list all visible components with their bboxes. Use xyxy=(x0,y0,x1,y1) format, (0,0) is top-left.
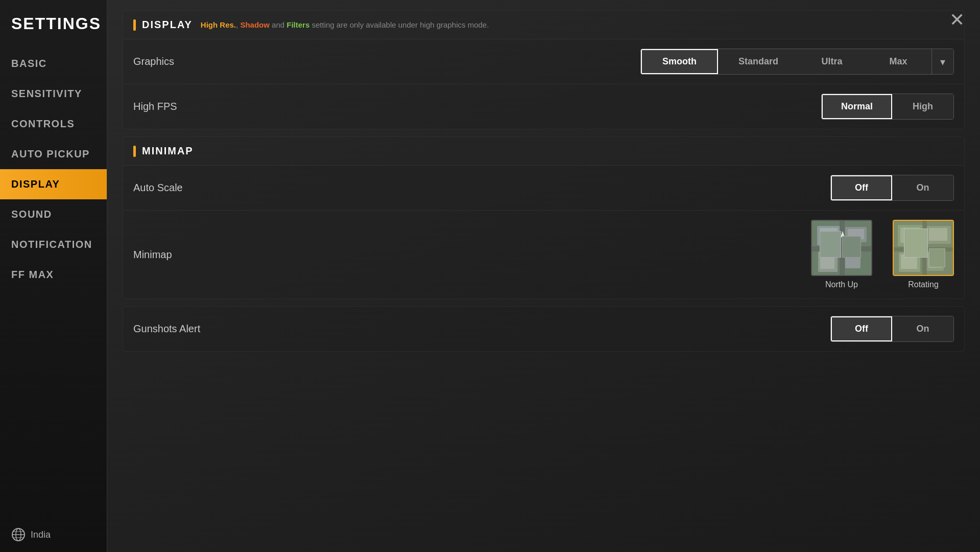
minimap-rotating-label: Rotating xyxy=(908,280,939,289)
graphics-label: Graphics xyxy=(133,56,640,67)
graphics-ultra-button[interactable]: Ultra xyxy=(799,49,865,74)
high-fps-toggle-group: Normal High xyxy=(821,94,954,120)
svg-rect-24 xyxy=(928,254,941,268)
svg-rect-18 xyxy=(900,227,920,243)
minimap-north-up-label: North Up xyxy=(825,280,858,289)
svg-rect-23 xyxy=(926,251,944,271)
minimap-rotating-art xyxy=(894,221,953,275)
sidebar-item-ff-max[interactable]: FF MAX xyxy=(0,260,107,290)
auto-scale-toggle-group: Off On xyxy=(830,175,954,201)
sidebar-item-display[interactable]: DISPLAY xyxy=(0,169,107,199)
display-section-subtitle: High Res., Shadow and Filters setting ar… xyxy=(201,20,489,29)
sidebar-item-notification[interactable]: NOTIFICATION xyxy=(0,229,107,260)
gunshots-alert-toggle-group: Off On xyxy=(830,316,954,342)
sidebar-item-sound[interactable]: SOUND xyxy=(0,199,107,229)
graphics-smooth-button[interactable]: Smooth xyxy=(641,49,718,74)
auto-scale-on-button[interactable]: On xyxy=(892,175,953,200)
minimap-rotating-image xyxy=(893,220,954,276)
settings-title: SETTINGS xyxy=(0,0,107,49)
sections-wrapper: DISPLAY High Res., Shadow and Filters se… xyxy=(123,10,965,542)
display-section-title: DISPLAY xyxy=(142,19,193,31)
minimap-type-label: Minimap xyxy=(133,249,709,261)
display-section: DISPLAY High Res., Shadow and Filters se… xyxy=(123,10,965,129)
minimap-section-title: MINIMAP xyxy=(142,145,194,157)
svg-rect-14 xyxy=(812,246,872,251)
svg-rect-7 xyxy=(820,228,838,242)
gunshots-alert-row: Gunshots Alert Off On xyxy=(123,307,964,351)
svg-rect-13 xyxy=(840,221,845,276)
minimap-north-up-art xyxy=(812,221,871,275)
display-section-header: DISPLAY High Res., Shadow and Filters se… xyxy=(123,11,964,39)
display-section-bar xyxy=(133,19,136,31)
minimap-type-row: Minimap xyxy=(123,211,964,298)
subtitle-suffix: setting are only available under high gr… xyxy=(309,20,489,29)
main-content: ✕ DISPLAY High Res., Shadow and Filters … xyxy=(107,0,980,552)
sidebar-item-basic[interactable]: BASIC xyxy=(0,49,107,79)
sidebar: SETTINGS BASIC SENSITIVITY CONTROLS AUTO… xyxy=(0,0,107,552)
minimap-north-svg xyxy=(812,221,872,276)
sidebar-region: India xyxy=(31,530,51,540)
high-fps-label: High FPS xyxy=(133,101,821,112)
graphics-toggle-group: Smooth Standard Ultra Max ▾ xyxy=(640,49,954,75)
gunshots-alert-label: Gunshots Alert xyxy=(133,323,830,335)
graphics-row: Graphics Smooth Standard Ultra Max ▾ xyxy=(123,39,964,84)
sidebar-footer: India xyxy=(0,517,107,552)
svg-rect-26 xyxy=(894,247,954,251)
minimap-rotating-option[interactable]: Rotating xyxy=(893,220,954,289)
graphics-more-button[interactable]: ▾ xyxy=(931,49,953,74)
high-fps-normal-button[interactable]: Normal xyxy=(822,94,892,119)
high-fps-row: High FPS Normal High xyxy=(123,84,964,129)
sidebar-item-sensitivity[interactable]: SENSITIVITY xyxy=(0,79,107,109)
minimap-north-up-option[interactable]: North Up xyxy=(811,220,872,289)
minimap-rotating-svg xyxy=(894,221,954,276)
auto-scale-label: Auto Scale xyxy=(133,182,830,194)
svg-rect-12 xyxy=(845,250,861,268)
svg-rect-20 xyxy=(929,228,947,241)
graphics-max-button[interactable]: Max xyxy=(865,49,931,74)
subtitle-and: and xyxy=(270,20,286,29)
svg-rect-11 xyxy=(820,254,834,269)
high-fps-high-button[interactable]: High xyxy=(892,94,953,119)
minimap-north-up-image xyxy=(811,220,872,276)
auto-scale-row: Auto Scale Off On xyxy=(123,166,964,211)
svg-rect-9 xyxy=(848,229,864,239)
graphics-standard-button[interactable]: Standard xyxy=(718,49,799,74)
subtitle-filters: Filters xyxy=(286,20,309,29)
sidebar-item-controls[interactable]: CONTROLS xyxy=(0,109,107,139)
sidebar-item-auto-pickup[interactable]: AUTO PICKUP xyxy=(0,139,107,169)
sidebar-nav: BASIC SENSITIVITY CONTROLS AUTO PICKUP D… xyxy=(0,49,107,517)
svg-rect-25 xyxy=(922,221,927,276)
subtitle-shadow: Shadow xyxy=(240,20,270,29)
globe-icon xyxy=(11,527,26,542)
minimap-section: MINIMAP Auto Scale Off On Minimap xyxy=(123,136,965,299)
svg-marker-27 xyxy=(920,232,928,241)
gunshots-alert-off-button[interactable]: Off xyxy=(831,316,892,341)
gunshots-alert-on-button[interactable]: On xyxy=(892,316,953,341)
gunshots-alert-section: Gunshots Alert Off On xyxy=(123,306,965,352)
minimap-options: North Up xyxy=(811,220,954,289)
auto-scale-off-button[interactable]: Off xyxy=(831,175,892,200)
subtitle-high-res: High Res. xyxy=(201,20,236,29)
minimap-section-bar xyxy=(133,146,136,157)
svg-rect-22 xyxy=(901,255,917,269)
minimap-section-header: MINIMAP xyxy=(123,137,964,166)
close-button[interactable]: ✕ xyxy=(944,7,970,33)
